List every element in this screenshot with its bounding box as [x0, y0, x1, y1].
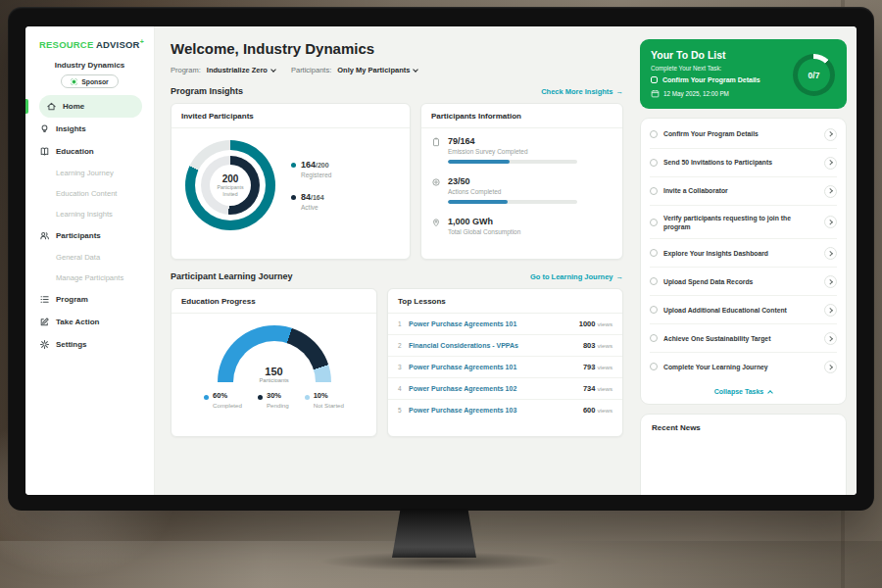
- task-checkbox[interactable]: [650, 363, 658, 370]
- lesson-row[interactable]: 3 Power Purchase Agreements 101 793 view…: [388, 357, 622, 378]
- learning-journey-header: Participant Learning Journey Go to Learn…: [171, 271, 623, 281]
- task-checkbox[interactable]: [650, 306, 658, 314]
- brand-resource: RESOURCE: [39, 39, 93, 50]
- sidebar-item-program[interactable]: Program: [39, 288, 142, 311]
- sidebar-item-manage-participants[interactable]: Manage Participants: [39, 268, 154, 288]
- chevron-right-icon: [828, 336, 833, 341]
- task-row[interactable]: Confirm Your Program Details: [650, 121, 837, 149]
- lesson-row[interactable]: 1 Power Purchase Agreements 101 1000 vie…: [388, 314, 622, 335]
- legend-dot: [204, 395, 209, 400]
- task-chevron-button[interactable]: [824, 332, 837, 345]
- main-content: Welcome, Industry Dynamics Program: Indu…: [155, 26, 635, 495]
- gauge-center-label: Participants: [218, 377, 331, 382]
- task-row[interactable]: Invite a Collaborator: [650, 177, 837, 206]
- sidebar-item-education-content[interactable]: Education Content: [39, 183, 154, 204]
- task-label: Confirm Your Program Details: [663, 129, 818, 138]
- donut-center-value: 200: [222, 173, 239, 184]
- task-row[interactable]: Verify participants requesting to join t…: [650, 206, 837, 239]
- task-checkbox[interactable]: [650, 277, 658, 285]
- sidebar-item-label: Take Action: [56, 318, 99, 326]
- task-row[interactable]: Achieve One Sustainability Target: [650, 324, 837, 353]
- card-title: Top Lessons: [388, 289, 622, 314]
- link-label: Go to Learning Journey: [530, 272, 613, 281]
- task-chevron-button[interactable]: [824, 247, 837, 260]
- program-select[interactable]: Industrialize Zero: [207, 66, 275, 74]
- task-checkbox[interactable]: [650, 130, 658, 138]
- sidebar-item-general-data[interactable]: General Data: [39, 247, 154, 268]
- clipboard-icon: [431, 137, 441, 147]
- lesson-row[interactable]: 2 Financial Considerations - VPPAs 803 v…: [388, 335, 622, 357]
- stat-label: Emission Survey Completed: [448, 148, 577, 155]
- pencil-box-icon: [39, 317, 50, 327]
- participants-value: Only My Participants: [337, 66, 410, 74]
- todo-progress-ring: 0/7: [793, 54, 835, 96]
- task-checkbox[interactable]: [650, 187, 658, 195]
- stat-value: 1,000 GWh: [448, 217, 520, 226]
- program-label: Program:: [171, 66, 201, 74]
- lesson-title[interactable]: Power Purchase Agreements 101: [409, 320, 579, 327]
- task-row[interactable]: Upload Additional Educational Content: [650, 296, 837, 324]
- go-to-learning-journey-link[interactable]: Go to Learning Journey →: [530, 272, 623, 281]
- legend-item-pending: 30% Pending: [258, 391, 289, 409]
- check-more-insights-link[interactable]: Check More Insights →: [541, 87, 623, 96]
- filter-bar: Program: Industrialize Zero Participants…: [171, 66, 623, 74]
- task-checkbox[interactable]: [650, 334, 658, 342]
- task-chevron-button[interactable]: [824, 275, 837, 288]
- users-icon: [39, 230, 50, 241]
- lesson-row[interactable]: 5 Power Purchase Agreements 103 600 view…: [388, 400, 622, 420]
- todo-progress-value: 0/7: [808, 71, 820, 80]
- task-chevron-button[interactable]: [824, 361, 837, 373]
- task-chevron-button[interactable]: [824, 157, 837, 170]
- chevron-right-icon: [828, 132, 833, 137]
- task-row[interactable]: Upload Spend Data Records: [650, 268, 837, 296]
- task-chevron-button[interactable]: [824, 216, 837, 228]
- todo-next-task-label: Confirm Your Program Details: [662, 76, 760, 83]
- task-checkbox[interactable]: [650, 219, 658, 226]
- gear-icon: [39, 339, 50, 350]
- sidebar-item-learning-insights[interactable]: Learning Insights: [39, 204, 154, 224]
- task-label: Send 50 Invitations to Participants: [663, 158, 818, 167]
- desk-scene: RESOURCE ADVISOR+ Industry Dynamics Spon…: [0, 0, 882, 588]
- participants-label: Participants:: [291, 66, 331, 74]
- checkbox-icon[interactable]: [651, 76, 658, 83]
- sidebar-item-education[interactable]: Education: [39, 140, 142, 163]
- task-chevron-button[interactable]: [824, 128, 837, 141]
- chevron-right-icon: [828, 189, 833, 194]
- collapse-tasks-link[interactable]: Collapse Tasks: [650, 380, 837, 402]
- list-icon: [39, 294, 50, 305]
- sidebar-item-home[interactable]: Home: [39, 95, 142, 118]
- sidebar-item-participants[interactable]: Participants: [39, 224, 142, 247]
- task-chevron-button[interactable]: [824, 185, 837, 198]
- insights-cards-row: Invited Participants 200 Participants In…: [171, 103, 623, 260]
- lesson-title[interactable]: Financial Considerations - VPPAs: [409, 342, 583, 349]
- lesson-rank: 1: [398, 320, 409, 327]
- learning-cards-row: Education Progress 150 Participants 60: [171, 288, 623, 437]
- todo-next-task[interactable]: Confirm Your Program Details: [651, 76, 790, 83]
- card-title: Education Progress: [172, 289, 376, 314]
- sponsor-row: Sponsor: [39, 74, 140, 88]
- brand-logo: RESOURCE ADVISOR+: [39, 38, 154, 50]
- legend-label: Active: [301, 204, 324, 211]
- lesson-title[interactable]: Power Purchase Agreements 102: [409, 385, 583, 392]
- todo-panel: Your To Do List Complete Your Next Task:…: [635, 26, 857, 495]
- task-row[interactable]: Explore Your Insights Dashboard: [650, 239, 837, 268]
- sponsor-badge[interactable]: Sponsor: [61, 74, 119, 88]
- task-label: Invite a Collaborator: [663, 186, 818, 195]
- task-checkbox[interactable]: [650, 159, 658, 167]
- lesson-title[interactable]: Power Purchase Agreements 101: [409, 364, 583, 370]
- gauge-legend: 60% Completed 30% Pending 10% Not Starte…: [172, 391, 376, 409]
- task-checkbox[interactable]: [650, 249, 658, 257]
- lesson-title[interactable]: Power Purchase Agreements 103: [409, 407, 583, 414]
- task-row[interactable]: Complete Your Learning Journey: [650, 353, 837, 380]
- participants-select[interactable]: Only My Participants: [337, 66, 417, 74]
- lesson-row[interactable]: 4 Power Purchase Agreements 102 734 view…: [388, 378, 622, 400]
- task-row[interactable]: Send 50 Invitations to Participants: [650, 149, 837, 177]
- sidebar-item-insights[interactable]: Insights: [39, 118, 142, 140]
- sidebar-item-learning-journey[interactable]: Learning Journey: [39, 163, 154, 183]
- task-chevron-button[interactable]: [824, 304, 837, 317]
- lesson-views: 793 views: [583, 363, 612, 371]
- legend-dot: [305, 395, 310, 400]
- sidebar-sub-label: Manage Participants: [56, 273, 123, 282]
- sidebar-item-take-action[interactable]: Take Action: [39, 311, 142, 333]
- sidebar-item-settings[interactable]: Settings: [39, 333, 142, 356]
